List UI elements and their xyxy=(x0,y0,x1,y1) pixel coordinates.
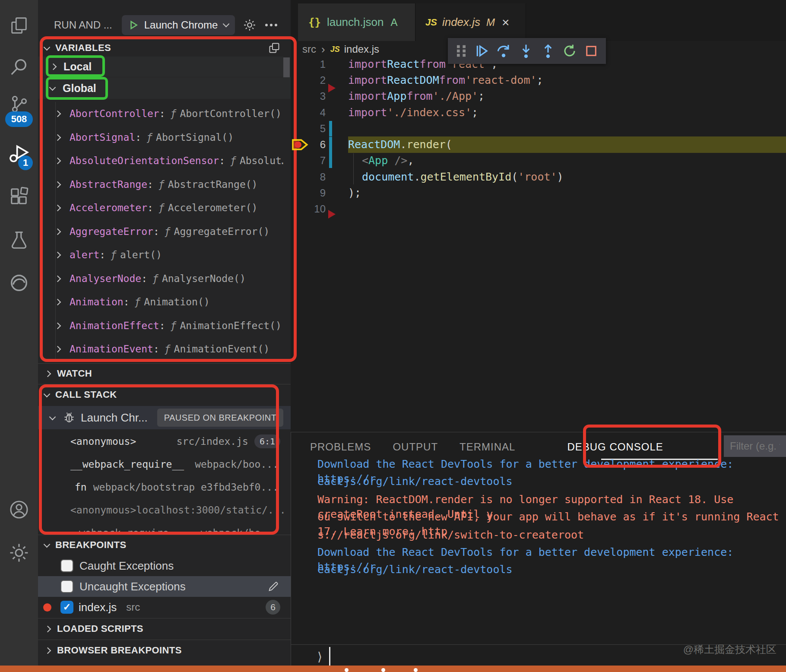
breakpoint-path: src xyxy=(126,601,140,613)
explorer-icon[interactable] xyxy=(9,16,29,36)
code-line[interactable]: <App />, xyxy=(348,152,786,168)
launch-config-label: Launch Chrome xyxy=(144,19,218,31)
code-line[interactable]: document.getElementById('root') xyxy=(348,169,786,185)
collapse-all-icon[interactable] xyxy=(268,42,280,54)
code-line[interactable]: ); xyxy=(348,185,786,201)
variable-row[interactable]: AbortSignal:ƒAbortSignal() xyxy=(38,126,283,149)
call-stack-section-header[interactable]: CALL STACK xyxy=(38,385,291,404)
scope-row-local[interactable]: Local xyxy=(38,57,283,77)
paused-breakpoint-arrow-icon[interactable] xyxy=(291,137,309,152)
git-added-badge: A xyxy=(390,16,397,29)
variable-row[interactable]: AnalyserNode:ƒAnalyserNode() xyxy=(38,267,283,290)
git-modified-badge: M xyxy=(486,16,495,29)
debug-gear-icon[interactable] xyxy=(243,18,257,32)
stack-frame-row-clipped[interactable]: webpack_require... webpack/bo... xyxy=(38,521,291,534)
testing-beaker-icon[interactable] xyxy=(9,230,29,250)
step-over-icon[interactable] xyxy=(496,44,511,58)
more-actions-icon[interactable] xyxy=(265,24,277,26)
variables-list: AbortController:ƒAbortController() Abort… xyxy=(38,100,283,362)
variable-row[interactable]: Animation:ƒAnimation() xyxy=(38,290,283,314)
status-bar[interactable] xyxy=(0,666,786,672)
step-out-icon[interactable] xyxy=(541,44,555,58)
stop-icon[interactable] xyxy=(584,44,598,58)
code-line[interactable]: import './index.css'; xyxy=(348,105,786,120)
variable-row[interactable]: AnimationEvent:ƒAnimationEvent() xyxy=(38,337,283,361)
chevron-right-icon xyxy=(44,647,51,654)
search-icon[interactable] xyxy=(9,57,29,77)
status-dot xyxy=(345,668,349,672)
chevron-down-icon xyxy=(223,21,230,28)
tab-problems[interactable]: PROBLEMS xyxy=(310,441,371,453)
uncaught-exceptions-row[interactable]: Uncaught Exceptions xyxy=(38,576,291,597)
breakpoints-section-header[interactable]: BREAKPOINTS xyxy=(38,536,291,555)
code-line[interactable]: import App from './App'; xyxy=(348,88,786,104)
extensions-icon[interactable] xyxy=(9,187,29,206)
chevron-down-icon xyxy=(44,44,51,51)
stack-frame-row[interactable]: <anonymous> localhost:3000/static/... xyxy=(38,498,291,521)
start-debug-icon[interactable] xyxy=(128,19,139,31)
git-deleted-marker xyxy=(328,210,336,219)
watch-title: WATCH xyxy=(57,368,92,379)
variables-section-header[interactable]: VARIABLES xyxy=(38,38,291,58)
line-number[interactable]: 9 xyxy=(302,185,326,201)
variable-row[interactable]: alert:ƒalert() xyxy=(38,243,283,266)
restart-icon[interactable] xyxy=(562,44,577,58)
debug-session-row[interactable]: Launch Chr... PAUSED ON BREAKPOINT xyxy=(38,406,291,429)
step-into-icon[interactable] xyxy=(519,44,533,58)
toolbar-drag-handle[interactable] xyxy=(456,44,467,57)
breakpoints-title: BREAKPOINTS xyxy=(55,539,127,551)
launch-config-dropdown[interactable]: Launch Chrome xyxy=(122,15,235,35)
caught-exceptions-row[interactable]: Caught Exceptions xyxy=(38,555,291,576)
console-input-divider xyxy=(291,644,786,645)
variable-row[interactable]: Accelerometer:ƒAccelerometer() xyxy=(38,196,283,219)
line-number[interactable]: 3 xyxy=(302,88,326,104)
console-input[interactable]: ⟩ xyxy=(317,646,784,667)
code-line-current[interactable]: ReactDOM.render( xyxy=(348,136,786,152)
tab-debug-console[interactable]: DEBUG CONSOLE xyxy=(567,441,663,453)
tab-terminal[interactable]: TERMINAL xyxy=(460,441,515,453)
line-number[interactable]: 1 xyxy=(302,56,326,72)
source-control-badge: 508 xyxy=(5,111,33,127)
tab-output[interactable]: OUTPUT xyxy=(393,441,438,453)
file-breakpoint-row[interactable]: ✓ index.js src 6 xyxy=(38,597,291,618)
tab-launch-json[interactable]: {} launch.json A xyxy=(298,3,415,41)
continue-icon[interactable] xyxy=(474,44,489,58)
variable-row[interactable]: AbsoluteOrientationSensor:ƒAbsolut… xyxy=(38,149,283,172)
stack-frame-row[interactable]: <anonymous> src/index.js 6:1 xyxy=(38,430,291,453)
line-number[interactable]: 7 xyxy=(302,152,326,168)
variable-row[interactable]: AggregateError:ƒAggregateError() xyxy=(38,220,283,243)
close-icon[interactable]: × xyxy=(502,15,510,30)
stack-frame-row[interactable]: __webpack_require__ webpack/boo... xyxy=(38,453,291,475)
tab-label: index.js xyxy=(442,16,480,29)
scope-label: Global xyxy=(63,82,96,95)
variable-row[interactable]: AbortController:ƒAbortController() xyxy=(38,102,283,125)
line-number[interactable]: 8 xyxy=(302,169,326,185)
watch-section-header[interactable]: WATCH xyxy=(38,364,291,384)
browser-breakpoints-header[interactable]: BROWSER BREAKPOINTS xyxy=(38,640,291,660)
console-filter-input[interactable] xyxy=(724,435,786,457)
loaded-scripts-header[interactable]: LOADED SCRIPTS xyxy=(38,619,291,639)
scope-row-global[interactable]: Global xyxy=(38,77,291,99)
code-line[interactable]: import ReactDOM from 'react-dom'; xyxy=(348,72,786,88)
text-cursor xyxy=(329,647,330,666)
accounts-icon[interactable] xyxy=(9,499,29,520)
variable-row[interactable]: AnimationEffect:ƒAnimationEffect() xyxy=(38,314,283,337)
edge-browser-icon[interactable] xyxy=(9,273,29,293)
vscode-window: 508 1 xyxy=(0,0,786,672)
git-modified-bar xyxy=(329,121,332,136)
checkbox-checked[interactable]: ✓ xyxy=(60,601,73,614)
settings-gear-icon[interactable] xyxy=(9,542,29,563)
checkbox-unchecked[interactable] xyxy=(60,580,73,593)
line-number[interactable]: 10 xyxy=(302,201,326,217)
chevron-down-icon xyxy=(49,84,56,91)
checkbox-unchecked[interactable] xyxy=(60,559,73,572)
line-number[interactable]: 2 xyxy=(302,72,326,88)
tab-index-js[interactable]: JS index.js M × xyxy=(416,3,526,41)
line-number[interactable]: 5 xyxy=(302,120,326,136)
stack-frame-row[interactable]: fn webpack/bootstrap e3fbd3ebf0... xyxy=(38,475,291,498)
chevron-right-icon xyxy=(44,370,51,377)
status-dot xyxy=(414,668,418,672)
line-number[interactable]: 4 xyxy=(302,105,326,120)
edit-pencil-icon[interactable] xyxy=(267,580,279,593)
variable-row[interactable]: AbstractRange:ƒAbstractRange() xyxy=(38,173,283,196)
